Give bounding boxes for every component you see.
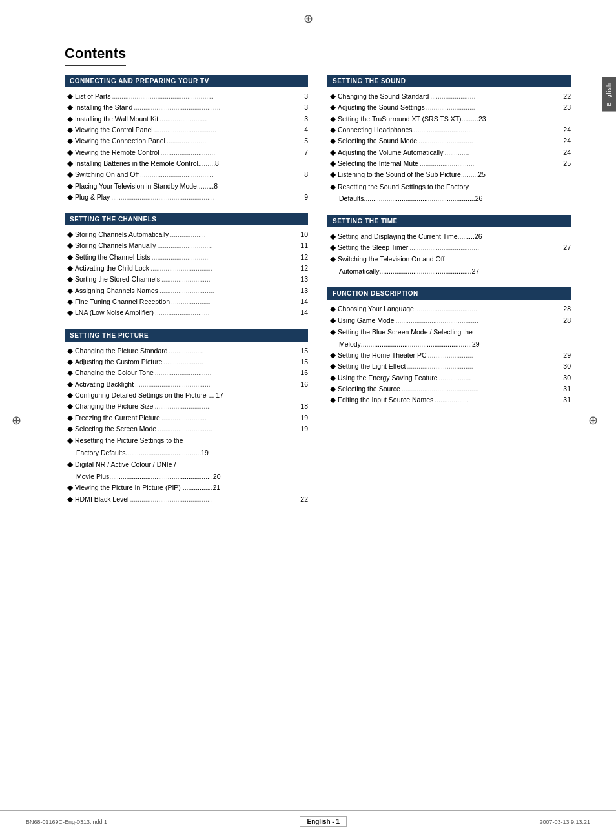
toc-item: ◆Changing the Picture Standard .........… bbox=[65, 345, 308, 356]
toc-item-multiline: ◆Digital NR / Active Colour / DNIe / Mov… bbox=[65, 458, 308, 482]
toc-item: ◆Changing the Picture Size..............… bbox=[65, 401, 308, 412]
toc-item: ◆Activating the Child Lock..............… bbox=[65, 263, 308, 274]
toc-item: ◆Viewing the Control Panel..............… bbox=[65, 125, 308, 136]
content-area: Contents CONNECTING AND PREPARING YOUR T… bbox=[65, 45, 590, 515]
toc-item: ◆LNA (Low Noise Amplifier) .............… bbox=[65, 307, 308, 318]
toc-item: ◆Setting the Channel Lists .............… bbox=[65, 252, 308, 263]
toc-item: ◆Viewing the Connection Panel ..........… bbox=[65, 136, 308, 147]
toc-item: ◆Setting the Sleep Timer................… bbox=[327, 242, 571, 253]
toc-item: ◆Freezing the Current Picture ..........… bbox=[65, 413, 308, 424]
page-title: Contents bbox=[65, 45, 126, 66]
toc-item-multiline: ◆Switching the Television On and Off Aut… bbox=[327, 253, 571, 277]
toc-item: ◆Installing the Stand...................… bbox=[65, 102, 308, 113]
sidebar-tab: English bbox=[602, 77, 616, 112]
section-connecting: CONNECTING AND PREPARING YOUR TV ◆List o… bbox=[65, 75, 308, 203]
toc-item-multiline: ◆Resetting the Sound Settings to the Fac… bbox=[327, 181, 571, 205]
toc-item: ◆Adjusting the Volume Automatically ....… bbox=[327, 147, 571, 158]
section-header-time: SETTING THE TIME bbox=[327, 215, 571, 227]
crosshair-left: ⊕ bbox=[12, 413, 21, 427]
toc-item: ◆Configuring Detailed Settings on the Pi… bbox=[65, 390, 308, 401]
toc-item: ◆Setting the Home Theater PC ...........… bbox=[327, 350, 571, 361]
toc-item: ◆HDMI Black Level.......................… bbox=[65, 494, 308, 505]
section-time: SETTING THE TIME ◆Setting and Displaying… bbox=[327, 215, 571, 278]
toc-item: ◆Sorting the Stored Channels ...........… bbox=[65, 274, 308, 285]
toc-item: ◆Activating Backlight ..................… bbox=[65, 379, 308, 390]
toc-item: ◆Installing the Wall Mount Kit .........… bbox=[65, 114, 308, 125]
section-header-sound: SETTING THE SOUND bbox=[327, 75, 571, 87]
toc-item: ◆Fine Tuning Channel Reception..........… bbox=[65, 296, 308, 307]
footer-right: 2007-03-13 9:13:21 bbox=[539, 819, 590, 825]
toc-item: ◆Placing Your Television in Standby Mode… bbox=[65, 181, 308, 192]
toc-item: ◆Changing the Sound Standard............… bbox=[327, 91, 571, 102]
toc-item: ◆Adjusting the Custom Picture ..........… bbox=[65, 356, 308, 367]
toc-item: ◆Selecting the Internal Mute ...........… bbox=[327, 158, 571, 169]
section-picture: SETTING THE PICTURE ◆Changing the Pictur… bbox=[65, 329, 308, 505]
toc-item: ◆Selecting the Source ..................… bbox=[327, 384, 571, 394]
two-column-layout: CONNECTING AND PREPARING YOUR TV ◆List o… bbox=[65, 75, 571, 515]
toc-item: ◆Viewing the Remote Control.............… bbox=[65, 147, 308, 158]
toc-item: ◆Plug & Play............................… bbox=[65, 192, 308, 203]
toc-item: ◆Switching On and Off ..................… bbox=[65, 169, 308, 180]
footer-left: BN68-01169C-Eng-0313.indd 1 bbox=[26, 819, 107, 825]
section-channels: SETTING THE CHANNELS ◆Storing Channels A… bbox=[65, 213, 308, 319]
section-header-connecting: CONNECTING AND PREPARING YOUR TV bbox=[65, 75, 308, 87]
toc-item: ◆Changing the Colour Tone...............… bbox=[65, 367, 308, 378]
toc-item: ◆Selecting the Screen Mode .............… bbox=[65, 424, 308, 435]
toc-item: ◆Editing the Input Source Names ........… bbox=[327, 394, 571, 405]
section-sound: SETTING THE SOUND ◆Changing the Sound St… bbox=[327, 75, 571, 205]
crosshair-top: ⊕ bbox=[303, 12, 313, 26]
toc-item-multiline: ◆Resetting the Picture Settings to the F… bbox=[65, 435, 308, 458]
toc-item: ◆Setting and Displaying the Current Time… bbox=[327, 231, 571, 242]
toc-item: ◆Adjusting the Sound Settings ..........… bbox=[327, 102, 571, 113]
toc-item: ◆Connecting Headphones..................… bbox=[327, 125, 571, 136]
toc-item: ◆Storing Channels Manually .............… bbox=[65, 240, 308, 251]
toc-item: ◆Assigning Channels Names ..............… bbox=[65, 285, 308, 296]
toc-item: ◆Listening to the Sound of the Sub Pictu… bbox=[327, 169, 571, 180]
toc-item: ◆Choosing Your Language.................… bbox=[327, 303, 571, 314]
toc-item: ◆Installing Batteries in the Remote Cont… bbox=[65, 158, 308, 169]
footer: BN68-01169C-Eng-0313.indd 1 English - 1 … bbox=[0, 810, 616, 827]
toc-item: ◆Using Game Mode .......................… bbox=[327, 315, 571, 326]
crosshair-right: ⊕ bbox=[588, 413, 598, 427]
right-column: SETTING THE SOUND ◆Changing the Sound St… bbox=[327, 75, 571, 515]
toc-item: ◆List of Parts .........................… bbox=[65, 91, 308, 102]
page: ⊕ ⊕ ⊕ English Contents CONNECTING AND PR… bbox=[0, 0, 616, 840]
toc-item: ◆Setting the TruSurround XT (SRS TS XT).… bbox=[327, 114, 571, 125]
toc-item: ◆Setting the Light Effect ..............… bbox=[327, 361, 571, 372]
toc-item: ◆Selecting the Sound Mode ..............… bbox=[327, 136, 571, 147]
toc-item: ◆Using the Energy Saving Feature .......… bbox=[327, 373, 571, 384]
toc-item: ◆Viewing the Picture In Picture (PIP) ..… bbox=[65, 482, 308, 493]
left-column: CONNECTING AND PREPARING YOUR TV ◆List o… bbox=[65, 75, 308, 515]
footer-center: English - 1 bbox=[300, 816, 347, 827]
section-header-channels: SETTING THE CHANNELS bbox=[65, 213, 308, 225]
toc-item: ◆Storing Channels Automatically ........… bbox=[65, 229, 308, 240]
section-header-picture: SETTING THE PICTURE bbox=[65, 329, 308, 342]
section-header-function: FUNCTION DESCRIPTION bbox=[327, 287, 571, 300]
toc-item-multiline: ◆Setting the Blue Screen Mode / Selectin… bbox=[327, 326, 571, 350]
section-function: FUNCTION DESCRIPTION ◆Choosing Your Lang… bbox=[327, 287, 571, 405]
